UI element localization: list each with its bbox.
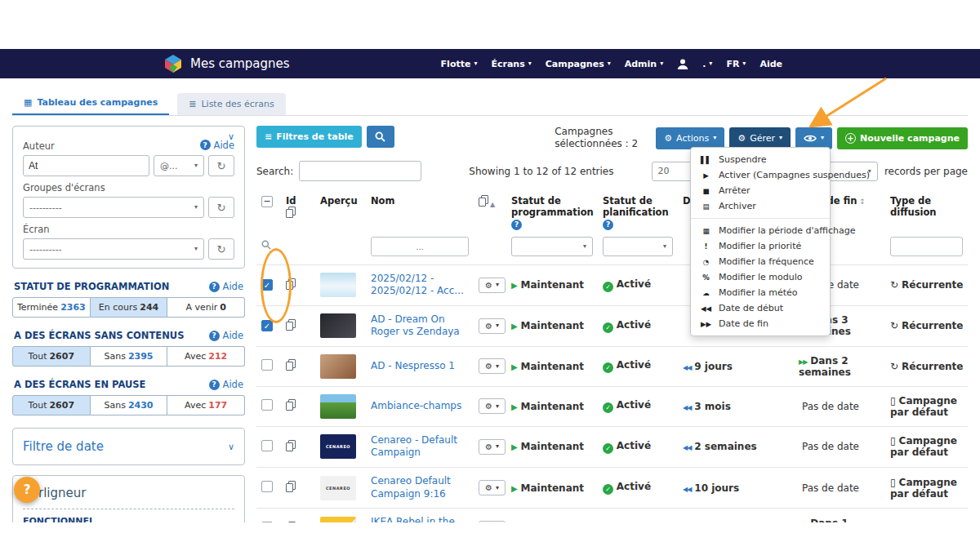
menu-item-suspendre[interactable]: ▌▌Suspendre <box>691 152 830 167</box>
copy-icon[interactable] <box>286 359 296 371</box>
row-actions-button[interactable]: ⚙▾ <box>479 358 506 374</box>
filter-sans[interactable]: Sans2430 <box>91 395 168 415</box>
row-actions-button[interactable]: ⚙▾ <box>479 278 506 293</box>
campaign-thumbnail[interactable]: CENAREO <box>320 434 356 459</box>
header-id[interactable]: Id <box>281 192 315 233</box>
menu-item-frequence[interactable]: ◔Modifier la fréquence <box>691 254 830 269</box>
row-actions-button[interactable]: ⚙▾ <box>479 480 506 495</box>
header-statut-programmation[interactable]: Statut de programmation ? <box>506 192 598 233</box>
select-all-checkbox[interactable]: − <box>261 196 273 207</box>
campaign-thumbnail[interactable] <box>320 354 356 379</box>
menu-item-date-debut[interactable]: ◀◀Date de début <box>691 300 830 316</box>
campaign-thumbnail[interactable] <box>320 394 356 419</box>
campaign-name-link[interactable]: AD - Nespresso 1 <box>371 360 469 373</box>
campaign-thumbnail[interactable] <box>320 313 356 338</box>
campaign-name-link[interactable]: Cenareo - Default Campaign <box>371 434 469 460</box>
menu-item-meteo[interactable]: ☁Modifier la météo <box>691 285 830 300</box>
author-at-select[interactable]: @...▾ <box>154 155 204 176</box>
help-circle-icon[interactable]: ? <box>511 220 522 230</box>
screen-groups-select[interactable]: ----------▾ <box>23 197 204 218</box>
search-input[interactable] <box>299 161 421 181</box>
campaign-name-link[interactable]: AD - Dream On Roger vs Zendaya <box>371 313 469 339</box>
plan-filter-select[interactable]: ▾ <box>603 237 673 256</box>
copy-icon[interactable] <box>286 319 296 331</box>
refresh-author-button[interactable]: ↻ <box>208 155 234 176</box>
row-checkbox[interactable] <box>261 481 273 492</box>
copy-icon[interactable] <box>286 278 296 290</box>
refresh-groups-button[interactable]: ↻ <box>208 197 234 218</box>
menu-item-archiver[interactable]: ▤Archiver <box>691 198 830 214</box>
aide-link[interactable]: ?Aide <box>209 379 243 390</box>
aide-link[interactable]: ?Aide <box>209 330 243 341</box>
row-actions-button[interactable]: ⚙▾ <box>479 439 506 455</box>
filter-terminee[interactable]: Terminée2363 <box>12 297 91 318</box>
prog-filter-select[interactable]: ▾ <box>511 237 593 256</box>
copy-icon[interactable] <box>286 399 296 411</box>
row-actions-button[interactable]: ⚙▾ <box>479 318 506 334</box>
collapse-chevron-icon[interactable]: ∨ <box>228 131 234 142</box>
actions-button[interactable]: ⚙ Actions ▾ <box>656 127 724 149</box>
menu-item-arreter[interactable]: ■Arrêter <box>691 183 830 198</box>
menu-item-activer[interactable]: ▶Activer (Campagnes suspendues) <box>691 167 830 183</box>
lang-menu[interactable]: FR▾ <box>726 59 746 69</box>
row-checkbox[interactable]: ✓ <box>261 279 273 291</box>
user-menu[interactable]: .▾ <box>702 59 712 69</box>
menu-item-priorite[interactable]: !Modifier la priorité <box>691 238 830 254</box>
header-type-diffusion[interactable]: Type de diffusion <box>885 192 968 233</box>
row-checkbox[interactable] <box>261 359 273 371</box>
table-filters-button[interactable]: ≡ Filtres de table <box>256 126 362 148</box>
campaign-name-link[interactable]: 2025/02/12 - 2025/02/12 - Acc... <box>371 273 469 298</box>
aide-link[interactable]: ?Aide <box>209 281 243 292</box>
row-actions-button[interactable]: ⚙▾ <box>479 521 506 522</box>
help-fab-button[interactable]: ? <box>14 477 40 503</box>
copy-icon[interactable] <box>286 440 296 451</box>
filter-a-venir[interactable]: A venir0 <box>167 297 245 318</box>
screen-select[interactable]: ----------▾ <box>23 238 204 260</box>
nav-aide[interactable]: Aide <box>760 59 782 69</box>
name-filter-input[interactable] <box>371 237 469 256</box>
filter-en-cours[interactable]: En cours244 <box>91 297 168 318</box>
manage-button[interactable]: ⚙ Gérer ▾ <box>729 127 791 149</box>
filter-tout[interactable]: Tout2607 <box>12 395 91 415</box>
nav-ecrans[interactable]: Écrans▾ <box>491 59 531 69</box>
row-actions-button[interactable]: ⚙▾ <box>479 398 506 414</box>
row-checkbox[interactable] <box>261 440 273 451</box>
author-input[interactable] <box>23 155 149 176</box>
new-campaign-button[interactable]: + Nouvelle campagne <box>837 127 968 149</box>
copy-icon[interactable] <box>286 522 296 522</box>
refresh-screen-button[interactable]: ↻ <box>208 238 234 260</box>
filter-avec[interactable]: Avec177 <box>167 395 245 415</box>
tab-tableau-campagnes[interactable]: ▦ Tableau des campagnes <box>12 91 169 115</box>
row-checkbox[interactable] <box>261 522 273 522</box>
campaign-thumbnail[interactable] <box>320 273 356 297</box>
visibility-button[interactable]: ▾ <box>795 127 832 149</box>
filter-tout[interactable]: Tout2607 <box>12 346 91 367</box>
tab-liste-ecrans[interactable]: ≣ Liste des écrans <box>177 93 285 115</box>
campaign-name-link[interactable]: IKEA Rebel in the Comfort of... <box>371 516 469 522</box>
help-circle-icon[interactable]: ? <box>603 220 613 230</box>
header-duplicate[interactable]: ▲ <box>474 192 506 233</box>
header-statut-planification[interactable]: Statut de planification ? <box>598 192 678 233</box>
campaign-thumbnail[interactable] <box>320 517 356 522</box>
copy-icon[interactable] <box>286 481 296 492</box>
campaign-name-link[interactable]: Ambiance-champs <box>371 400 469 413</box>
header-nom[interactable]: Nom <box>366 192 474 233</box>
user-icon[interactable] <box>677 59 688 69</box>
date-filter-card[interactable]: Filtre de date ∨ <box>12 428 245 465</box>
filter-sans[interactable]: Sans2395 <box>91 346 168 367</box>
row-checkbox[interactable] <box>261 399 273 411</box>
header-apercu[interactable]: Aperçu <box>315 192 366 233</box>
filter-avec[interactable]: Avec212 <box>167 346 245 367</box>
menu-item-date-fin[interactable]: ▶▶Date de fin <box>691 316 830 331</box>
menu-item-periode[interactable]: ▦Modifier la période d'affichage <box>691 223 830 238</box>
row-checkbox[interactable]: ✓ <box>261 320 273 331</box>
campaign-name-link[interactable]: Cenareo Default Campaign 9:16 <box>371 475 469 500</box>
type-filter-input[interactable] <box>890 237 963 256</box>
search-button[interactable] <box>367 126 394 148</box>
nav-admin[interactable]: Admin▾ <box>625 59 663 69</box>
copy-icon[interactable] <box>286 207 296 218</box>
menu-item-modulo[interactable]: %Modifier le modulo <box>691 269 830 285</box>
nav-campagnes[interactable]: Campagnes▾ <box>546 59 611 69</box>
campaign-thumbnail[interactable]: CENAREO <box>320 476 356 500</box>
nav-flotte[interactable]: Flotte▾ <box>441 59 478 69</box>
